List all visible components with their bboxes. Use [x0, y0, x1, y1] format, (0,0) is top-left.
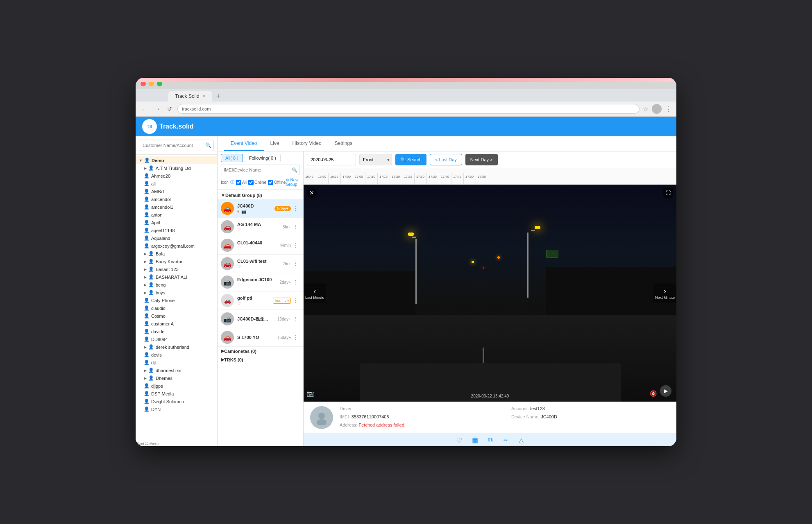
device-avatar: 📷 [221, 312, 234, 325]
more-button[interactable]: ⋮ [291, 334, 300, 341]
copy-action-icon[interactable]: ⧉ [488, 436, 492, 444]
search-button[interactable]: 🔍 Search [395, 154, 426, 165]
sidebar-item-dd8094[interactable]: 👤 DD8094 [136, 335, 217, 343]
heart-icon: ♡ [237, 283, 241, 287]
profile-icon[interactable] [652, 104, 662, 114]
sidebar-item-dwight[interactable]: 👤 Dwight Solomon [136, 398, 217, 405]
sidebar-item-anton[interactable]: 👤 anton [136, 211, 217, 219]
sidebar-item-atm[interactable]: ▶ 👤 A.T.M Truking Ltd [136, 164, 217, 172]
filter-all-tab[interactable]: All( 8 ) [221, 154, 243, 162]
group-header-trks[interactable]: ▶ TRKS (0) [218, 355, 303, 364]
sidebar-item-claudio[interactable]: 👤 claudio [136, 304, 217, 312]
filter-following-tab[interactable]: Following( 0 ) [245, 154, 281, 162]
sidebar-item-customera[interactable]: 👤 customer A [136, 320, 217, 328]
tick-label: 17:15 [377, 173, 390, 185]
icon-info[interactable]: ⓘ [230, 179, 234, 185]
sidebar-item-ali[interactable]: 👤 ali [136, 180, 217, 187]
more-button[interactable]: ⋮ [291, 279, 300, 285]
group-header-default[interactable]: ▼ Default Group (8) [218, 191, 303, 199]
device-time: 8hr+ [283, 225, 291, 229]
menu-icon[interactable]: ⋮ [665, 105, 671, 113]
grid-action-icon[interactable]: ▦ [472, 436, 478, 444]
tick-label: 16:55 [328, 173, 340, 185]
refresh-button[interactable]: ↺ [165, 104, 174, 113]
bookmark-icon[interactable]: ☆ [643, 105, 649, 113]
imei-search-input[interactable] [221, 165, 300, 175]
last-day-button[interactable]: < Last Day [430, 154, 462, 165]
device-item-s1700yo[interactable]: 🚗 S 1700 YO 15day+ ⋮ [218, 328, 303, 347]
more-button[interactable]: ⋮ [291, 316, 300, 322]
sidebar-item-derek[interactable]: ▶ 👤 derek sutherland [136, 343, 217, 351]
sidebar-item-basharat[interactable]: ▶ 👤 BASHARAT ALI [136, 273, 217, 281]
sidebar-item-djjgps[interactable]: 👤 djjgps [136, 382, 217, 390]
tab-live[interactable]: Live [264, 136, 286, 151]
sidebar-item-amcendol[interactable]: 👤 amcendol [136, 195, 217, 203]
sidebar-item-barry[interactable]: ▶ 👤 Barry Kearton [136, 257, 217, 265]
sidebar-item-april[interactable]: 👤 April [136, 219, 217, 226]
favorite-action-icon[interactable]: ♡ [456, 436, 462, 444]
sidebar-item-cosmo[interactable]: 👤 Cosmo [136, 312, 217, 320]
device-item-edgecam[interactable]: 📷 Edgecam JC100 ♡ 2day+ ⋮ [218, 273, 303, 291]
next-day-button[interactable]: Next Day > [465, 154, 498, 165]
sidebar-item-aqualand[interactable]: 👤 Aqualand [136, 234, 217, 242]
video-expand-button[interactable]: ⛶ [663, 188, 673, 198]
sidebar-item-argoxcoy[interactable]: 👤 argoxcoy@gmail.com [136, 242, 217, 250]
all-checkbox[interactable] [236, 180, 241, 185]
sidebar-item-ambit[interactable]: 👤 AMBiT [136, 187, 217, 195]
more-button[interactable]: ⋮ [291, 297, 300, 304]
sidebar-item-demo[interactable]: ▼ 👤 Demo [136, 156, 217, 164]
sidebar-item-beng[interactable]: ▶ 👤 beng [136, 281, 217, 289]
video-close-button[interactable]: ✕ [307, 188, 317, 198]
tab-close[interactable]: × [203, 93, 206, 99]
sidebar-item-devis[interactable]: 👤 devis [136, 351, 217, 359]
route-action-icon[interactable]: ↔ [502, 436, 509, 444]
sidebar-item-dyn[interactable]: 👤 DYN [136, 405, 217, 413]
user-icon: 👤 [148, 344, 154, 350]
sidebar-item-aqeel[interactable]: 👤 aqeel11148 [136, 226, 217, 234]
more-button[interactable]: ⋮ [291, 205, 300, 212]
sidebar-item-dhemes[interactable]: ▶ 👤 Dhemes [136, 374, 217, 382]
sidebar-item-dspmedia[interactable]: 👤 DSP Media [136, 390, 217, 398]
new-group-button[interactable]: ⊕ New Group [286, 178, 300, 187]
sidebar-item-ahmed20[interactable]: 👤 Ahmed20 [136, 172, 217, 180]
sidebar-item-amcendol1[interactable]: 👤 amcendol1 [136, 203, 217, 211]
sidebar-item-djt[interactable]: 👤 djt [136, 359, 217, 366]
sidebar-item-caty[interactable]: 👤 Caty Phone [136, 296, 217, 304]
date-input[interactable] [307, 154, 356, 165]
sidebar-item-davide[interactable]: 👤 davide [136, 328, 217, 335]
sidebar-item-dharmesh[interactable]: ▶ 👤 dharmesh sir [136, 366, 217, 374]
back-button[interactable]: ← [141, 104, 150, 113]
sidebar-item-boys[interactable]: ▶ 👤 boys [136, 289, 217, 296]
browser-tab[interactable]: Track Solid × [168, 91, 212, 102]
device-item-ag144ma[interactable]: 🚗 AG 144 MA ♡ 8hr+ ⋮ [218, 218, 303, 236]
tab-settings[interactable]: Settings [328, 136, 359, 151]
device-item-jc400d-visual[interactable]: 📷 JC400D-视觉... 13day+ ⋮ [218, 310, 303, 328]
address-bar[interactable]: tracksolid.com [177, 104, 640, 114]
more-button[interactable]: ⋮ [291, 224, 300, 230]
play-button[interactable]: ▶ [660, 385, 671, 397]
more-button[interactable]: ⋮ [291, 260, 300, 267]
online-checkbox[interactable] [248, 180, 254, 185]
device-item-golfpti[interactable]: 🚗 golf pti ♡ Inactive ⋮ [218, 291, 303, 310]
alert-action-icon[interactable]: △ [519, 436, 524, 444]
user-icon: 👤 [144, 360, 150, 365]
next-minute-button[interactable]: › Next Minute [653, 284, 676, 303]
tab-history-video[interactable]: History Video [286, 136, 328, 151]
sidebar-item-bala[interactable]: ▶ 👤 Bala [136, 250, 217, 257]
more-button[interactable]: ⋮ [291, 242, 300, 248]
sidebar-item-basant[interactable]: ▶ 👤 Basant 123 [136, 265, 217, 273]
prev-minute-button[interactable]: ‹ Last Minute [304, 284, 326, 303]
new-tab-button[interactable]: + [213, 92, 224, 101]
device-item-cl01wifitest[interactable]: 🚗 CL01-wifi test ♡ 2hr+ ⋮ [218, 255, 303, 273]
volume-button[interactable]: 🔇 [650, 390, 657, 397]
group-header-camionetas[interactable]: ▶ Camionetas (0) [218, 347, 303, 355]
device-item-cl0140440[interactable]: 🚗 CL01-40440 ♡ 44min ⋮ [218, 236, 303, 255]
offline-checkbox[interactable] [268, 180, 273, 185]
screencap-button[interactable]: 📷 [307, 390, 314, 397]
device-item-jc400d[interactable]: 🚗 JC400D ♥ 📷 5day+ ⋮ [218, 199, 303, 218]
forward-button[interactable]: → [153, 104, 162, 113]
tab-event-video[interactable]: Event Video [224, 136, 264, 151]
channel-select[interactable]: Front Back [359, 154, 392, 165]
sidebar-item-label: amcendol1 [151, 205, 173, 210]
customer-search-input[interactable] [139, 140, 214, 151]
